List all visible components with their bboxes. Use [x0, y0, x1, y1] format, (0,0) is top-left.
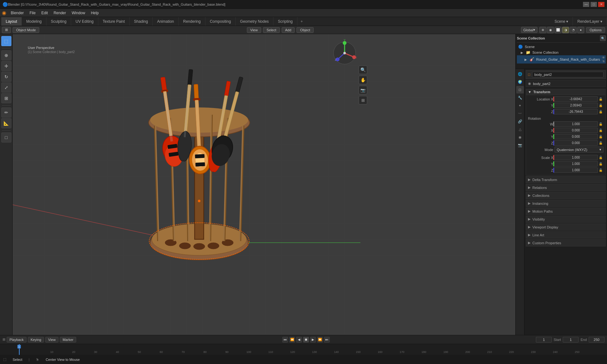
view-menu-button[interactable]: View: [247, 27, 261, 33]
rotation-x-field[interactable]: 0.000: [553, 128, 598, 133]
select-tool-button[interactable]: ⬚: [1, 36, 11, 46]
tab-uv-editing[interactable]: UV Editing: [71, 17, 98, 26]
timeline-view-button[interactable]: View: [45, 337, 58, 343]
prop-icon-physics[interactable]: 〰: [516, 110, 524, 117]
menu-help[interactable]: Help: [88, 10, 101, 16]
xray-toggle[interactable]: ⬜: [555, 27, 561, 33]
play-reverse-button[interactable]: ◀: [296, 337, 302, 343]
current-frame-input[interactable]: [536, 337, 552, 343]
object-menu-button[interactable]: Object: [297, 27, 314, 33]
prop-icon-scene[interactable]: 🌐: [516, 70, 524, 78]
viewport-shading-solid[interactable]: ◑: [562, 27, 569, 33]
object-mode-button[interactable]: Object Mode: [13, 27, 39, 33]
motion-paths-row[interactable]: ▶ Motion Paths: [526, 208, 606, 215]
tab-compositing[interactable]: Compositing: [205, 17, 236, 26]
scale-tool-button[interactable]: ⤢: [1, 82, 11, 93]
viewport-mode-icon[interactable]: ⊞: [2, 27, 11, 33]
global-local-toggle[interactable]: Global ▾: [521, 27, 537, 33]
outliner-filter-button[interactable]: 🔍: [600, 35, 606, 41]
outliner-object-item[interactable]: ▶ 🎸 Round_Guitar_Stand_Rack_with_Guitars…: [517, 55, 606, 64]
start-frame-input[interactable]: [563, 337, 579, 343]
rotation-w-field[interactable]: 1.000: [553, 121, 598, 127]
add-workspace-button[interactable]: +: [297, 17, 306, 26]
instancing-row[interactable]: ▶ Instancing: [526, 200, 606, 207]
rotation-z-lock[interactable]: 🔓: [598, 141, 604, 145]
rotation-z-field[interactable]: 0.000: [553, 140, 598, 146]
tab-animation[interactable]: Animation: [153, 17, 179, 26]
rotation-y-lock[interactable]: 🔓: [598, 135, 604, 138]
rotate-tool-button[interactable]: ↻: [1, 72, 11, 82]
timeline-area-icon[interactable]: ⊞: [3, 337, 5, 342]
viewport-display-row[interactable]: ▶ Viewport Display: [526, 223, 606, 231]
collections-row[interactable]: ▶ Collections: [526, 192, 606, 199]
rotation-w-lock[interactable]: 🔓: [598, 122, 604, 126]
scale-y-field[interactable]: 1.000: [553, 161, 598, 167]
prop-icon-world[interactable]: 🌍: [516, 78, 524, 86]
timeline-ruler[interactable]: 1 10 20 30 40 50 60 70 80 90 100 110 120…: [0, 344, 607, 355]
transform-tool-button[interactable]: ⊞: [1, 93, 11, 103]
minimize-button[interactable]: —: [583, 2, 589, 7]
jump-start-button[interactable]: ⏮: [282, 337, 288, 343]
add-cube-button[interactable]: □: [1, 132, 11, 143]
close-button[interactable]: ✕: [598, 2, 604, 7]
prop-icon-object[interactable]: □: [516, 86, 524, 94]
menu-edit[interactable]: Edit: [39, 10, 51, 16]
add-menu-button[interactable]: Add: [282, 27, 295, 33]
rotation-x-lock[interactable]: 🔓: [598, 129, 604, 132]
location-x-field[interactable]: -3.66942: [553, 96, 598, 102]
outliner-scene-item[interactable]: 🔵 Scene: [517, 44, 606, 50]
outliner-collection-item[interactable]: ▶ 📁 Scene Collection: [517, 50, 606, 55]
gizmo-toggle[interactable]: ⊕: [539, 27, 546, 33]
next-frame-button[interactable]: ⏩: [317, 337, 323, 343]
annotate-tool-button[interactable]: ✏: [1, 107, 11, 118]
tab-sculpting[interactable]: Sculpting: [46, 17, 71, 26]
menu-render[interactable]: Render: [51, 10, 68, 16]
tab-texture-paint[interactable]: Texture Paint: [98, 17, 130, 26]
location-z-field[interactable]: -26.79443: [553, 109, 598, 114]
prop-icon-particles[interactable]: ✦: [516, 102, 524, 109]
play-button[interactable]: ▶: [310, 337, 316, 343]
move-tool-button[interactable]: ✛: [1, 61, 11, 71]
scale-y-lock[interactable]: 🔓: [598, 162, 604, 166]
tab-layout[interactable]: Layout: [1, 17, 22, 26]
maximize-button[interactable]: □: [591, 2, 597, 7]
options-button[interactable]: Options: [586, 27, 605, 33]
select-menu-button[interactable]: Select: [263, 27, 280, 33]
viewport-3d[interactable]: Y X Z 🔍: [13, 34, 515, 335]
viewport-shading-material[interactable]: ◔: [570, 27, 577, 33]
rotation-y-field[interactable]: 0.000: [553, 134, 598, 139]
viewport-shading-rendered[interactable]: ●: [577, 27, 584, 33]
scale-x-field[interactable]: 1.000: [553, 155, 598, 160]
tab-rendering[interactable]: Rendering: [179, 17, 205, 26]
visibility-row[interactable]: ▶ Visibility: [526, 215, 606, 223]
location-x-lock[interactable]: 🔓: [598, 97, 604, 101]
prev-frame-button[interactable]: ⏪: [289, 337, 295, 343]
prop-icon-modifier[interactable]: 🔧: [516, 94, 524, 101]
menu-window[interactable]: Window: [69, 10, 88, 16]
rotation-mode-select[interactable]: Quaternion (WXYZ) ▾: [555, 147, 604, 153]
menu-file[interactable]: File: [27, 10, 38, 16]
scale-z-field[interactable]: 1.000: [553, 167, 598, 173]
scale-z-lock[interactable]: 🔓: [598, 168, 604, 172]
scale-x-lock[interactable]: 🔓: [598, 156, 604, 159]
menu-blender[interactable]: Blender: [8, 10, 26, 16]
location-z-lock[interactable]: 🔓: [598, 110, 604, 113]
measure-tool-button[interactable]: 📐: [1, 118, 11, 128]
object-name-input[interactable]: [532, 72, 604, 77]
overlay-toggle[interactable]: ◉: [547, 27, 554, 33]
prop-icon-constraints[interactable]: 🔗: [516, 118, 524, 125]
marker-button[interactable]: Marker: [60, 337, 76, 343]
prop-icon-material[interactable]: ◉: [516, 133, 524, 141]
prop-icon-render[interactable]: 📷: [516, 141, 524, 149]
prop-icon-data[interactable]: △: [516, 125, 524, 133]
jump-end-button[interactable]: ⏭: [324, 337, 330, 343]
tab-shading[interactable]: Shading: [130, 17, 153, 26]
keying-button[interactable]: Keying: [28, 337, 44, 343]
custom-properties-row[interactable]: ▶ Custom Properties: [526, 239, 606, 246]
stop-button[interactable]: ⏹: [303, 337, 309, 343]
location-y-lock[interactable]: 🔓: [598, 104, 604, 107]
cursor-tool-button[interactable]: ⊕: [1, 50, 11, 60]
location-y-field[interactable]: 2.05943: [553, 103, 598, 108]
scene-selector[interactable]: Scene ▾: [550, 17, 573, 26]
transform-header[interactable]: ▼ Transform: [526, 89, 606, 95]
